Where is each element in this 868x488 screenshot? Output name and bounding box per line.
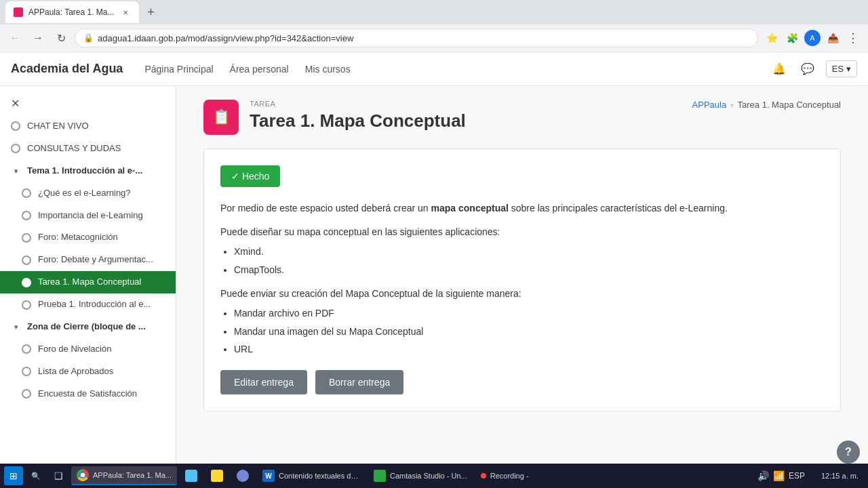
breadcrumb-link[interactable]: APPaula: [692, 100, 727, 110]
sidebar-section-label: Tema 1. Introducción al e-...: [27, 165, 165, 177]
sidebar-section-label: Zona de Cierre (bloque de ...: [27, 321, 165, 333]
task-description: Por medio de este espacio usted deberá c…: [220, 201, 824, 216]
chrome-label: APPaula: Tarea 1. Ma...: [93, 471, 172, 479]
taskbar-chrome[interactable]: APPaula: Tarea 1. Ma...: [71, 466, 177, 485]
extension-button[interactable]: 🧩: [783, 28, 802, 47]
nav-link-area[interactable]: Área personal: [230, 64, 289, 75]
files-icon: [211, 470, 223, 482]
sidebar-section-zona-cierre[interactable]: ▾ Zona de Cierre (bloque de ...: [0, 316, 176, 338]
sidebar: ✕ CHAT EN VIVO CONSULTAS Y DUDAS ▾ Tema …: [0, 86, 176, 488]
nav-link-principal[interactable]: Página Principal: [144, 64, 213, 75]
lang-chevron-icon: ▾: [846, 64, 851, 74]
sidebar-item-consultas[interactable]: CONSULTAS Y DUDAS: [0, 138, 176, 160]
network-icon[interactable]: 📶: [773, 470, 785, 481]
hecho-button[interactable]: ✓ Hecho: [220, 165, 280, 187]
lock-icon: 🔒: [83, 33, 94, 43]
sidebar-circle-icon: [22, 344, 31, 354]
sidebar-item-label: Foro: Debate y Argumentac...: [38, 254, 165, 266]
task-title-area: TAREA Tarea 1. Mapa Conceptual: [250, 100, 682, 131]
task-label: TAREA: [250, 100, 682, 108]
browser-menu-button[interactable]: ⋮: [844, 28, 863, 47]
taskbar-discord[interactable]: [231, 466, 254, 485]
sidebar-circle-icon: [22, 233, 31, 243]
notifications-button[interactable]: 🔔: [769, 59, 789, 79]
sidebar-item-label: Tarea 1. Mapa Conceptual: [38, 277, 165, 288]
task-icon-symbol: 📋: [212, 108, 231, 126]
start-button[interactable]: ⊞: [4, 466, 23, 485]
sidebar-item-tarea1[interactable]: Tarea 1. Mapa Conceptual: [0, 271, 176, 293]
sidebar-item-importancia[interactable]: Importancia del e-Learning: [0, 205, 176, 227]
sidebar-close-button[interactable]: ✕: [0, 92, 176, 115]
sidebar-item-elearning[interactable]: ¿Qué es el e-Learning?: [0, 182, 176, 205]
camtasia-label: Camtasia Studio - Un...: [390, 472, 467, 480]
sidebar-circle-icon: [22, 256, 31, 265]
task-apps-intro: Puede diseñar su mapa conceptual en las …: [220, 226, 824, 237]
sidebar-item-foro-niv[interactable]: Foro de Nivelación: [0, 338, 176, 361]
breadcrumb: APPaula › Tarea 1. Mapa Conceptual: [692, 100, 841, 110]
task-card: ✓ Hecho Por medio de este espacio usted …: [203, 148, 841, 411]
task-icon: 📋: [203, 100, 239, 135]
sidebar-section-tema1[interactable]: ▾ Tema 1. Introducción al e-...: [0, 160, 176, 182]
sidebar-item-label: Prueba 1. Introducción al e...: [38, 299, 165, 310]
delete-button[interactable]: Borrar entrega: [315, 370, 403, 394]
sidebar-item-encuesta[interactable]: Encuesta de Satisfacción: [0, 383, 176, 405]
active-tab[interactable]: APPaula: Tarea 1. Ma... ✕: [5, 1, 139, 23]
sidebar-circle-icon: [11, 144, 20, 153]
lang-tray-label: ESP: [789, 471, 805, 481]
taskbar: ⊞ 🔍 ❑ APPaula: Tarea 1. Ma... W Contenid…: [0, 464, 868, 488]
nav-bar: ← → ↻ 🔒 adagua1.idaan.gob.pa/mod/assign/…: [0, 24, 868, 52]
taskbar-tray: 🔊 📶 ESP: [752, 470, 810, 481]
task-submit-list: Mandar archivo en PDF Mandar una imagen …: [220, 306, 824, 357]
sidebar-circle-icon: [22, 211, 31, 220]
sidebar-item-foro-meta[interactable]: Foro: Metacognición: [0, 226, 176, 249]
recording-label: Recording -: [490, 472, 529, 480]
sidebar-circle-icon: [22, 300, 31, 310]
task-title: Tarea 1. Mapa Conceptual: [250, 110, 682, 131]
taskbar-camtasia[interactable]: Camtasia Studio - Un...: [368, 466, 473, 485]
cast-button[interactable]: 📤: [823, 28, 842, 47]
tab-close-button[interactable]: ✕: [120, 7, 131, 18]
taskbar-word[interactable]: W Contenido textuales de...: [257, 466, 366, 485]
tab-label: APPaula: Tarea 1. Ma...: [28, 7, 115, 17]
taskbar-search[interactable]: 🔍: [26, 466, 46, 485]
address-bar[interactable]: 🔒 adagua1.idaan.gob.pa/mod/assign/view.p…: [75, 28, 758, 47]
new-tab-button[interactable]: +: [142, 3, 161, 22]
sidebar-item-chat[interactable]: CHAT EN VIVO: [0, 115, 176, 138]
sidebar-item-prueba1[interactable]: Prueba 1. Introducción al e...: [0, 293, 176, 316]
nav-link-cursos[interactable]: Mis cursos: [305, 64, 351, 75]
breadcrumb-separator: ›: [730, 100, 733, 110]
sidebar-circle-icon: [11, 121, 20, 131]
volume-icon[interactable]: 🔊: [757, 470, 769, 481]
forward-button[interactable]: →: [28, 28, 47, 47]
action-buttons: Editar entrega Borrar entrega: [220, 370, 824, 394]
discord-icon: [237, 470, 249, 482]
taskbar-taskview[interactable]: ❑: [49, 466, 68, 485]
sidebar-item-label: Importancia del e-Learning: [38, 210, 165, 222]
user-avatar: A: [804, 30, 821, 46]
edit-button[interactable]: Editar entrega: [220, 370, 307, 394]
bookmark-button[interactable]: ⭐: [762, 28, 781, 47]
tab-bar: APPaula: Tarea 1. Ma... ✕ +: [0, 0, 868, 24]
messages-button[interactable]: 💬: [797, 59, 818, 79]
description-bold: mapa conceptual: [431, 203, 509, 214]
sidebar-item-label: Encuesta de Satisfacción: [38, 388, 165, 400]
task-submit-intro: Puede enviar su creación del Mapa Concep…: [220, 288, 824, 299]
sidebar-circle-icon: [22, 367, 31, 376]
back-button[interactable]: ←: [5, 28, 24, 47]
taskbar-time: 12:15 a. m.: [816, 471, 864, 481]
profile-button[interactable]: A: [803, 28, 822, 47]
sidebar-item-foro-debate[interactable]: Foro: Debate y Argumentac...: [0, 249, 176, 271]
list-item: Mandar una imagen del su Mapa Conceptual: [234, 324, 824, 339]
language-selector[interactable]: ES ▾: [826, 60, 857, 77]
taskbar-files[interactable]: [205, 466, 229, 485]
taskbar-explorer[interactable]: [180, 466, 203, 485]
sidebar-item-lista-aprobados[interactable]: Lista de Aprobados: [0, 361, 176, 383]
sidebar-item-label: CONSULTAS Y DUDAS: [27, 143, 165, 155]
taskbar-recording[interactable]: Recording -: [475, 466, 534, 485]
address-text: adagua1.idaan.gob.pa/mod/assign/view.php…: [98, 33, 749, 43]
expand-icon: ▾: [11, 166, 20, 176]
help-button[interactable]: ?: [837, 441, 860, 464]
reload-button[interactable]: ↻: [52, 28, 71, 47]
site-nav-right: 🔔 💬 ES ▾: [769, 59, 857, 79]
browser-chrome: APPaula: Tarea 1. Ma... ✕ + ← → ↻ 🔒 adag…: [0, 0, 868, 52]
